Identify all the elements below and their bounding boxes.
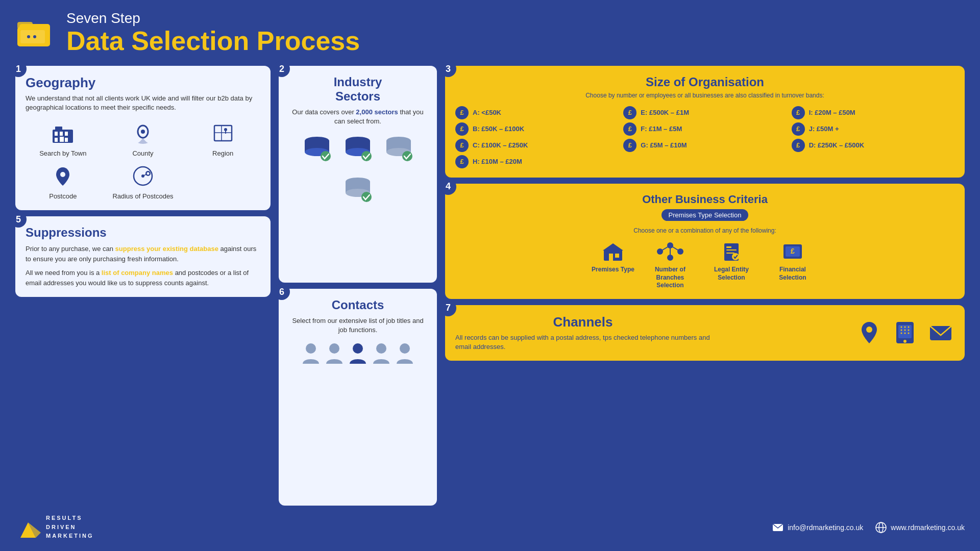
other-criteria-title: Other Business Criteria [455, 193, 954, 206]
contacts-description: Select from our extensive list of job ti… [289, 316, 427, 335]
svg-rect-58 [726, 253, 734, 254]
band-b-label: B: £50K – £100K [473, 125, 524, 133]
logo-line2: DRIVEN [46, 523, 94, 532]
svg-point-39 [306, 343, 316, 354]
geo-item-radius: Radius of Postcodes [106, 163, 181, 201]
band-i: £ I: £20M – £50M [792, 106, 954, 119]
band-a-label: A: <£50K [473, 109, 501, 116]
pound-icon-a: £ [455, 106, 469, 119]
geography-title: Geography [26, 75, 260, 91]
svg-rect-12 [60, 137, 64, 142]
content-area: 1 Geography We understand that not all c… [15, 66, 965, 506]
right-column: 3 Size of Organisation Choose by number … [445, 66, 965, 506]
footer-logo-text: RESULTS DRIVEN MARKETING [46, 514, 94, 541]
email-icon [927, 319, 954, 346]
step-1-badge: 1 [10, 61, 27, 77]
svg-point-72 [908, 330, 910, 331]
svg-rect-56 [726, 246, 731, 248]
band-c: £ C: £100K – £250K [455, 139, 618, 152]
footer-email: info@rdmarketing.co.uk [772, 523, 863, 532]
postcode-label: Postcode [49, 192, 77, 201]
band-d: £ D: £250K – £500K [792, 139, 954, 152]
band-f-label: F: £1M – £5M [641, 125, 682, 133]
svg-text:£: £ [791, 247, 795, 255]
svg-rect-8 [55, 132, 58, 136]
svg-point-40 [329, 343, 339, 354]
svg-point-63 [866, 327, 872, 333]
svg-marker-45 [603, 243, 623, 251]
svg-point-42 [376, 343, 386, 354]
region-label: Region [212, 149, 233, 158]
svg-point-17 [224, 128, 227, 131]
pound-icon-c: £ [455, 139, 469, 152]
band-j-label: J: £50M + [809, 125, 839, 133]
svg-point-22 [146, 172, 149, 175]
svg-point-74 [904, 333, 906, 334]
svg-point-69 [908, 327, 910, 328]
svg-point-67 [901, 327, 902, 328]
svg-line-53 [670, 245, 680, 252]
list-of-company-names-link: list of company names [102, 269, 173, 277]
svg-rect-10 [65, 132, 68, 136]
footer-website: www.rdmarketing.co.uk [875, 522, 965, 533]
svg-rect-7 [55, 127, 62, 131]
band-b: £ B: £50K – £100K [455, 122, 618, 136]
industry-description: Our data covers over 2,000 sectors that … [289, 108, 427, 126]
turnover-grid: £ A: <£50K £ E: £500K – £1M £ I: £20M – … [455, 106, 954, 168]
pound-icon-e: £ [623, 106, 636, 119]
channels-content: Channels All records can be supplied wit… [455, 314, 954, 352]
svg-rect-2 [17, 22, 33, 29]
footer-email-text: info@rdmarketing.co.uk [788, 523, 863, 532]
header: Seven Step Data Selection Process [15, 10, 965, 61]
channels-description: All records can be supplied with a posta… [455, 333, 710, 352]
band-f: £ F: £1M – £5M [623, 122, 786, 136]
pound-icon-i: £ [792, 106, 805, 119]
band-c-label: C: £100K – £250K [473, 141, 528, 149]
svg-rect-11 [55, 138, 58, 142]
channels-text: Channels All records can be supplied wit… [455, 314, 710, 352]
person-icons [289, 341, 427, 367]
svg-point-43 [400, 343, 410, 354]
step-3-badge: 3 [440, 61, 456, 77]
logo-line3: MARKETING [46, 532, 94, 541]
svg-point-66 [903, 340, 906, 343]
channels-icons [855, 319, 954, 346]
middle-column: 2 IndustrySectors Our data covers over 2… [279, 66, 437, 506]
band-e-label: E: £500K – £1M [641, 109, 689, 116]
pound-icon-d: £ [792, 139, 805, 152]
footer: RESULTS DRIVEN MARKETING info@rdmarketin… [15, 511, 965, 541]
telephone-icon [891, 319, 919, 346]
other-criteria-card: 4 Other Business Criteria Premises Type … [445, 184, 965, 299]
geography-card: 1 Geography We understand that not all c… [15, 66, 271, 210]
other-icons-row: Premises Type Number of [455, 239, 954, 290]
svg-point-75 [908, 333, 910, 334]
geo-item-county: County [106, 120, 181, 158]
premises-type-item: Premises Type [592, 239, 634, 274]
svg-rect-3 [20, 30, 45, 43]
left-column: 1 Geography We understand that not all c… [15, 66, 271, 506]
band-a: £ A: <£50K [455, 106, 618, 119]
geo-item-town: Search by Town [26, 120, 101, 158]
svg-point-41 [353, 343, 363, 354]
other-subtitle: Choose one or a combination of any of th… [455, 227, 954, 234]
step-4-badge: 4 [440, 179, 456, 195]
geo-item-postcode: Postcode [26, 163, 101, 201]
step-5-badge: 5 [10, 211, 27, 228]
postcode-icon [50, 163, 76, 189]
logo-line1: RESULTS [46, 514, 94, 523]
radius-icon [130, 163, 156, 189]
size-subtitle: Choose by number or employees or all bus… [455, 91, 954, 100]
step-6-badge: 6 [274, 284, 290, 300]
svg-point-71 [904, 330, 906, 331]
header-subtitle: Seven Step [66, 10, 360, 27]
band-g-label: G: £5M – £10M [641, 141, 687, 149]
band-h: £ H: £10M – £20M [455, 155, 618, 168]
footer-contact: info@rdmarketing.co.uk www.rdmarketing.c… [772, 522, 965, 533]
county-label: County [132, 149, 153, 158]
band-e: £ E: £500K – £1M [623, 106, 786, 119]
pound-icon-h: £ [455, 155, 469, 168]
suppressions-para2: All we need from you is a list of compan… [26, 268, 260, 288]
footer-logo: RESULTS DRIVEN MARKETING [15, 514, 94, 541]
suppressions-card: 5 Suppressions Prior to any purchase, we… [15, 216, 271, 297]
svg-point-73 [901, 333, 902, 334]
